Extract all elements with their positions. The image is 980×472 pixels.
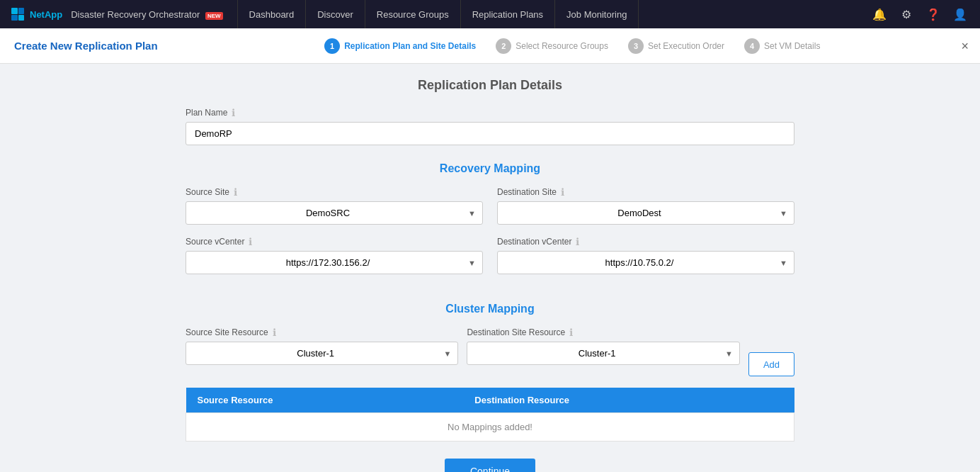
main-content: Replication Plan Details Plan Name ℹ Rec… [171, 64, 809, 472]
destination-site-info-icon[interactable]: ℹ [561, 186, 564, 198]
plan-name-label: Plan Name ℹ [186, 107, 794, 118]
sub-header: Create New Replication Plan 1 Replicatio… [0, 28, 980, 64]
logo-sq-2 [18, 8, 25, 14]
source-site-col: Source Site ℹ DemoSRC ▼ [186, 186, 483, 236]
netapp-logo: NetApp [11, 8, 62, 21]
netapp-text: NetApp [30, 9, 62, 20]
wizard-step-2[interactable]: 2 Select Resource Groups [486, 38, 618, 54]
source-vcenter-info-icon[interactable]: ℹ [249, 236, 252, 247]
site-row: Source Site ℹ DemoSRC ▼ Destination Site… [186, 186, 794, 236]
user-icon[interactable]: 👤 [952, 6, 969, 23]
nav-icons: 🔔 ⚙ ❓ 👤 [871, 6, 969, 23]
nav-resource-groups[interactable]: Resource Groups [365, 0, 461, 28]
destination-resource-group: Destination Site Resource ℹ Cluster-1 ▼ [467, 327, 739, 365]
logo-sq-3 [11, 15, 18, 21]
close-button[interactable]: × [961, 38, 969, 53]
destination-resource-header: Destination Resource [463, 388, 794, 413]
source-site-select[interactable]: DemoSRC [186, 201, 483, 225]
source-site-info-icon[interactable]: ℹ [234, 186, 237, 198]
empty-message: No Mappings added! [186, 413, 794, 442]
destination-resource-col: Destination Site Resource ℹ Cluster-1 ▼ [467, 327, 739, 376]
recovery-mapping-title: Recovery Mapping [186, 162, 794, 175]
top-nav: NetApp Disaster Recovery Orchestrator NE… [0, 0, 980, 28]
create-plan-title: Create New Replication Plan [14, 40, 158, 52]
step-circle-3: 3 [628, 38, 644, 54]
destination-resource-select-wrapper: Cluster-1 ▼ [467, 342, 739, 365]
step-circle-1: 1 [324, 38, 340, 54]
table-body: No Mappings added! [186, 413, 794, 442]
step-label-4: Set VM Details [764, 41, 820, 51]
step-label-3: Set Execution Order [648, 41, 724, 51]
source-vcenter-select-wrapper: https://172.30.156.2/ ▼ [186, 251, 483, 274]
wizard-step-3[interactable]: 3 Set Execution Order [618, 38, 734, 54]
logo-sq-4 [18, 15, 25, 21]
table-row: No Mappings added! [186, 413, 794, 442]
nav-links: Dashboard Discover Resource Groups Repli… [237, 0, 871, 28]
destination-site-group: Destination Site ℹ DemoDest ▼ [497, 186, 794, 225]
nav-discover[interactable]: Discover [306, 0, 365, 28]
destination-site-select-wrapper: DemoDest ▼ [497, 201, 794, 225]
app-name: Disaster Recovery Orchestrator NEW [71, 9, 222, 20]
destination-site-label: Destination Site ℹ [497, 186, 794, 198]
source-resource-select[interactable]: Cluster-1 [186, 342, 458, 365]
logo-squares [11, 8, 24, 21]
cluster-mapping-title: Cluster Mapping [186, 303, 794, 315]
destination-site-select[interactable]: DemoDest [497, 201, 794, 225]
step-circle-4: 4 [744, 38, 760, 54]
source-site-label: Source Site ℹ [186, 186, 483, 198]
notification-icon[interactable]: 🔔 [871, 6, 888, 23]
source-vcenter-label: Source vCenter ℹ [186, 236, 483, 247]
plan-name-input[interactable] [186, 122, 794, 145]
cluster-mapping-row: Source Site Resource ℹ Cluster-1 ▼ Desti… [186, 327, 794, 376]
new-badge: NEW [205, 12, 223, 20]
wizard-step-4[interactable]: 4 Set VM Details [734, 38, 830, 54]
source-resource-header: Source Resource [186, 388, 464, 413]
destination-resource-label: Destination Site Resource ℹ [467, 327, 739, 338]
wizard-steps: 1 Replication Plan and Site Details 2 Se… [179, 38, 966, 54]
source-resource-select-wrapper: Cluster-1 ▼ [186, 342, 458, 365]
destination-vcenter-label: Destination vCenter ℹ [497, 236, 794, 247]
nav-replication-plans[interactable]: Replication Plans [461, 0, 555, 28]
plan-name-info-icon[interactable]: ℹ [232, 107, 235, 118]
source-vcenter-select[interactable]: https://172.30.156.2/ [186, 251, 483, 274]
plan-name-group: Plan Name ℹ [186, 107, 794, 145]
section-title: Replication Plan Details [186, 78, 794, 93]
destination-site-col: Destination Site ℹ DemoDest ▼ [497, 186, 794, 236]
mapping-table: Source Resource Destination Resource No … [186, 388, 794, 442]
destination-vcenter-col: Destination vCenter ℹ https://10.75.0.2/… [497, 236, 794, 286]
destination-vcenter-select-wrapper: https://10.75.0.2/ ▼ [497, 251, 794, 274]
destination-vcenter-group: Destination vCenter ℹ https://10.75.0.2/… [497, 236, 794, 274]
source-vcenter-col: Source vCenter ℹ https://172.30.156.2/ ▼ [186, 236, 483, 286]
destination-resource-select[interactable]: Cluster-1 [467, 342, 739, 365]
help-icon[interactable]: ❓ [925, 6, 942, 23]
table-header-row: Source Resource Destination Resource [186, 388, 794, 413]
source-resource-group: Source Site Resource ℹ Cluster-1 ▼ [186, 327, 458, 365]
destination-resource-info-icon[interactable]: ℹ [569, 327, 573, 338]
table-header: Source Resource Destination Resource [186, 388, 794, 413]
wizard-step-1[interactable]: 1 Replication Plan and Site Details [314, 38, 486, 54]
source-site-select-wrapper: DemoSRC ▼ [186, 201, 483, 225]
add-mapping-button[interactable]: Add [748, 352, 794, 376]
nav-dashboard[interactable]: Dashboard [237, 0, 307, 28]
destination-vcenter-info-icon[interactable]: ℹ [576, 236, 579, 247]
footer-actions: Continue [186, 459, 794, 472]
source-vcenter-group: Source vCenter ℹ https://172.30.156.2/ ▼ [186, 236, 483, 274]
nav-job-monitoring[interactable]: Job Monitoring [555, 0, 639, 28]
destination-vcenter-select[interactable]: https://10.75.0.2/ [497, 251, 794, 274]
settings-icon[interactable]: ⚙ [898, 6, 915, 23]
step-label-1: Replication Plan and Site Details [344, 41, 476, 51]
logo-sq-1 [11, 8, 18, 14]
vcenter-row: Source vCenter ℹ https://172.30.156.2/ ▼… [186, 236, 794, 286]
source-resource-col: Source Site Resource ℹ Cluster-1 ▼ [186, 327, 458, 376]
step-label-2: Select Resource Groups [515, 41, 608, 51]
source-resource-label: Source Site Resource ℹ [186, 327, 458, 338]
add-button-container: Add [748, 352, 794, 376]
continue-button[interactable]: Continue [445, 459, 535, 472]
source-resource-info-icon[interactable]: ℹ [273, 327, 276, 338]
source-site-group: Source Site ℹ DemoSRC ▼ [186, 186, 483, 225]
step-circle-2: 2 [496, 38, 511, 54]
